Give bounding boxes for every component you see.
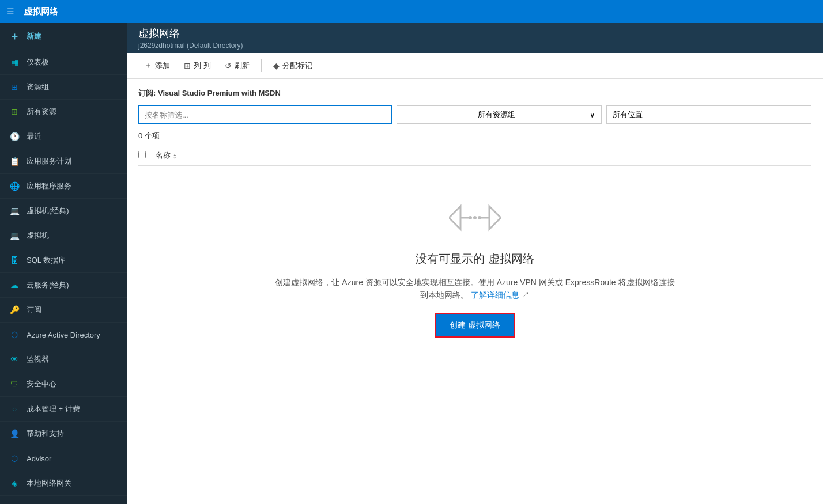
sidebar-item-17[interactable]: ◈本地网络网关 xyxy=(0,471,127,496)
tag-icon: ◆ xyxy=(273,61,280,70)
empty-description: 创建虚拟网络，让 Azure 资源可以安全地实现相互连接。使用 Azure VP… xyxy=(273,276,677,302)
sidebar-items-container: ▦仪表板⊞资源组⊞所有资源🕐最近📋应用服务计划🌐应用程序服务💻虚拟机(经典)💻虚… xyxy=(0,50,127,504)
chevron-down-icon: ∨ xyxy=(590,111,595,119)
sidebar-label-7: 虚拟机 xyxy=(27,230,49,241)
list-columns-button[interactable]: ⊞ 列 列 xyxy=(178,58,217,74)
sidebar-icon-0: ▦ xyxy=(8,56,21,69)
plus-icon: ＋ xyxy=(144,60,152,71)
select-all-checkbox[interactable] xyxy=(138,150,156,161)
sidebar-item-6[interactable]: 💻虚拟机(经典) xyxy=(0,199,127,223)
empty-title: 没有可显示的 虚拟网络 xyxy=(416,251,534,267)
assign-tags-button[interactable]: ◆ 分配标记 xyxy=(267,58,318,74)
top-bar-title: 虚拟网络 xyxy=(24,6,58,17)
empty-state: 没有可显示的 虚拟网络 创建虚拟网络，让 Azure 资源可以安全地实现相互连接… xyxy=(138,166,811,361)
sidebar-item-13[interactable]: 🛡安全中心 xyxy=(0,372,127,397)
new-button[interactable]: ＋ 新建 xyxy=(0,23,127,50)
sidebar-icon-6: 💻 xyxy=(8,204,21,217)
sort-icon[interactable]: ↕ xyxy=(173,151,177,160)
sidebar-icon-3: 🕐 xyxy=(8,130,21,143)
resource-group-label: 所有资源组 xyxy=(478,109,515,120)
sidebar-label-11: Azure Active Directory xyxy=(27,331,100,339)
svg-marker-0 xyxy=(449,206,460,229)
svg-point-3 xyxy=(473,216,477,219)
sidebar-label-12: 监视器 xyxy=(27,354,49,365)
sidebar-label-13: 安全中心 xyxy=(27,379,56,389)
sidebar-item-10[interactable]: 🔑订阅 xyxy=(0,298,127,323)
subscription-label-text: 订阅: xyxy=(138,89,156,97)
sidebar-icon-4: 📋 xyxy=(8,155,21,168)
sidebar-item-12[interactable]: 👁监视器 xyxy=(0,347,127,372)
sidebar-item-4[interactable]: 📋应用服务计划 xyxy=(0,149,127,174)
main-layout: ＋ 新建 ▦仪表板⊞资源组⊞所有资源🕐最近📋应用服务计划🌐应用程序服务💻虚拟机(… xyxy=(0,23,823,504)
sidebar-label-2: 所有资源 xyxy=(27,107,56,117)
subscription-row: 订阅: Visual Studio Premium with MSDN xyxy=(138,88,811,98)
svg-marker-6 xyxy=(489,206,501,229)
sidebar-label-5: 应用程序服务 xyxy=(27,181,71,191)
filter-row: 所有资源组 ∨ 所有位置 xyxy=(138,105,811,124)
sidebar-item-0[interactable]: ▦仪表板 xyxy=(0,50,127,75)
sidebar-icon-2: ⊞ xyxy=(8,105,21,118)
create-vnet-button[interactable]: 创建 虚拟网络 xyxy=(435,313,515,338)
sidebar-label-3: 最近 xyxy=(27,131,41,142)
sidebar-icon-11: ⬡ xyxy=(8,328,21,341)
name-column-header: 名称 ↕ xyxy=(156,150,177,161)
sidebar-item-8[interactable]: 🗄SQL 数据库 xyxy=(0,248,127,273)
select-all-input[interactable] xyxy=(138,151,146,158)
name-filter-input[interactable] xyxy=(138,105,392,124)
sidebar-label-14: 成本管理 + 计费 xyxy=(27,404,80,414)
list-label: 列 列 xyxy=(194,60,211,71)
sidebar: ＋ 新建 ▦仪表板⊞资源组⊞所有资源🕐最近📋应用服务计划🌐应用程序服务💻虚拟机(… xyxy=(0,23,127,504)
location-label: 所有位置 xyxy=(613,110,643,119)
add-label: 添加 xyxy=(155,60,170,71)
refresh-icon: ↺ xyxy=(225,61,232,70)
main-content: 订阅: Visual Studio Premium with MSDN 所有资源… xyxy=(127,79,823,504)
sidebar-icon-7: 💻 xyxy=(8,229,21,242)
sidebar-item-18[interactable]: ◈虚拟网络网关 xyxy=(0,496,127,504)
content-title: 虚拟网络 xyxy=(138,26,811,40)
sidebar-item-16[interactable]: ⬡Advisor xyxy=(0,446,127,471)
content-area: 虚拟网络 j2629zdhotmail (Default Directory) … xyxy=(127,23,823,504)
content-subtitle: j2629zdhotmail (Default Directory) xyxy=(138,41,811,53)
sidebar-item-11[interactable]: ⬡Azure Active Directory xyxy=(0,323,127,347)
sidebar-icon-17: ◈ xyxy=(8,477,21,490)
sidebar-item-1[interactable]: ⊞资源组 xyxy=(0,75,127,100)
add-button[interactable]: ＋ 添加 xyxy=(138,58,176,74)
sidebar-icon-12: 👁 xyxy=(8,353,21,366)
location-filter[interactable]: 所有位置 xyxy=(606,105,811,124)
list-icon: ⊞ xyxy=(184,61,191,70)
empty-state-icon xyxy=(449,200,501,237)
toolbar-separator xyxy=(261,59,262,72)
assign-label: 分配标记 xyxy=(282,60,312,71)
sidebar-label-1: 资源组 xyxy=(27,82,49,92)
refresh-button[interactable]: ↺ 刷新 xyxy=(219,58,255,74)
content-header: 虚拟网络 j2629zdhotmail (Default Directory) xyxy=(127,23,823,53)
sidebar-label-8: SQL 数据库 xyxy=(27,255,66,266)
sidebar-item-2[interactable]: ⊞所有资源 xyxy=(0,100,127,124)
sidebar-label-6: 虚拟机(经典) xyxy=(27,206,69,216)
menu-icon[interactable]: ☰ xyxy=(7,7,14,16)
sidebar-label-10: 订阅 xyxy=(27,305,41,315)
sidebar-item-14[interactable]: ○成本管理 + 计费 xyxy=(0,397,127,422)
sidebar-item-5[interactable]: 🌐应用程序服务 xyxy=(0,174,127,199)
sidebar-icon-8: 🗄 xyxy=(8,254,21,267)
sidebar-item-7[interactable]: 💻虚拟机 xyxy=(0,223,127,248)
resource-group-select[interactable]: 所有资源组 ∨ xyxy=(397,105,602,124)
sidebar-icon-15: 👤 xyxy=(8,427,21,440)
sidebar-item-15[interactable]: 👤帮助和支持 xyxy=(0,422,127,446)
sidebar-icon-14: ○ xyxy=(8,403,21,415)
top-bar: ☰ 虚拟网络 xyxy=(0,0,823,23)
sidebar-item-9[interactable]: ☁云服务(经典) xyxy=(0,273,127,298)
plus-icon: ＋ xyxy=(8,30,21,43)
sidebar-icon-16: ⬡ xyxy=(8,452,21,465)
sidebar-label-4: 应用服务计划 xyxy=(27,156,71,166)
name-col-label: 名称 xyxy=(156,150,171,161)
sidebar-item-3[interactable]: 🕐最近 xyxy=(0,124,127,149)
sidebar-label-9: 云服务(经典) xyxy=(27,280,69,290)
svg-point-2 xyxy=(469,216,472,219)
sidebar-icon-18: ◈ xyxy=(8,502,21,504)
sidebar-icon-13: 🛡 xyxy=(8,378,21,391)
sidebar-icon-10: 🔑 xyxy=(8,304,21,316)
learn-more-link[interactable]: 了解详细信息 xyxy=(471,290,519,300)
sidebar-label-0: 仪表板 xyxy=(27,57,49,67)
sidebar-label-15: 帮助和支持 xyxy=(27,429,64,439)
